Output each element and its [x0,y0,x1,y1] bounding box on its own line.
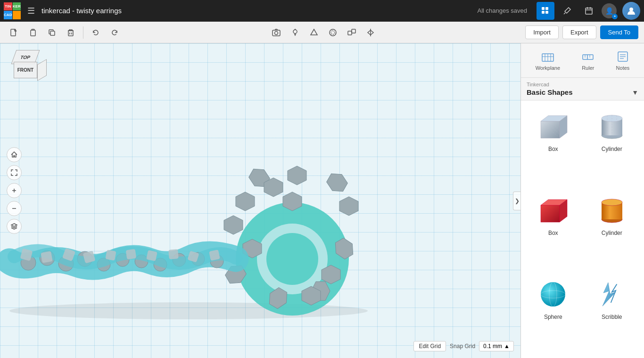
snap-grid-label: Snap Grid [450,343,475,350]
top-navigation: TIN KER CAD ☰ tinkercad - twisty earring… [0,0,644,22]
shape-button[interactable] [305,24,322,41]
logo-cell-cad: CAD [4,11,12,19]
svg-rect-0 [542,7,545,10]
shape-preview-cylinder-orange [593,194,631,227]
svg-line-4 [564,13,565,14]
shape-preview-box-red [534,194,572,227]
shape-label-scribble: Scribble [602,314,622,320]
svg-rect-2 [542,11,545,14]
redo-button[interactable] [106,24,123,41]
svg-rect-74 [583,55,593,59]
3d-viewport[interactable]: TOP FRONT [0,43,520,358]
svg-rect-23 [348,31,352,35]
shape-label-box-red: Box [548,230,558,236]
svg-point-21 [331,31,335,34]
shape-label-box-grey: Box [548,146,558,152]
export-button[interactable]: Export [562,25,596,39]
shape-card-sphere-blue[interactable]: Sphere [527,274,580,352]
svg-marker-34 [324,170,350,196]
svg-rect-13 [31,30,35,36]
save-status: All changes saved [477,7,527,14]
project-title[interactable]: tinkercad - twisty earrings [41,7,473,15]
logo-cell-tin: TIN [4,2,12,11]
svg-point-99 [602,199,622,206]
svg-point-20 [293,30,297,33]
right-panel: Workplane Ruler Notes [520,43,644,358]
camera-button[interactable] [268,24,285,41]
shape-tools-bar: Workplane Ruler Notes [521,43,644,78]
toolbar: Import Export Send To [0,22,644,43]
tools-button[interactable] [558,2,576,20]
calendar-button[interactable] [580,2,598,20]
panel-collapse-button[interactable]: ❯ [513,191,520,210]
shape-preview-box-grey [534,110,572,143]
category-dropdown-arrow[interactable]: ▼ [632,89,638,96]
undo-button[interactable] [87,24,104,41]
svg-point-9 [629,8,633,11]
paste-button[interactable] [25,24,41,41]
workplane-tool[interactable]: Workplane [531,47,565,74]
app-logo[interactable]: TIN KER CAD [4,2,21,19]
view-cube-front[interactable]: FRONT [14,62,37,78]
ruler-label: Ruler [582,65,594,71]
workplane-label: Workplane [536,65,560,71]
new-button[interactable] [6,24,23,41]
svg-rect-65 [146,250,157,261]
category-title: Basic Shapes [527,88,573,96]
svg-marker-94 [541,205,560,222]
shape-card-cylinder-grey[interactable]: Cylinder [586,106,639,184]
shapes-grid: Box [521,100,644,358]
notes-label: Notes [616,65,630,71]
svg-marker-39 [224,216,243,234]
shape-card-cylinder-orange[interactable]: Cylinder [586,190,639,268]
user-avatar[interactable] [622,2,640,20]
view-tools [268,24,379,41]
svg-rect-14 [50,31,55,35]
svg-rect-68 [209,250,220,261]
copy-button[interactable] [43,24,60,41]
svg-rect-66 [168,249,179,259]
align-button[interactable] [324,24,341,41]
svg-rect-64 [126,249,137,260]
svg-rect-5 [586,8,592,14]
svg-rect-15 [68,31,73,36]
shape-card-scribble[interactable]: Scribble [586,274,639,352]
category-sub: Tinkercad [527,82,638,87]
snap-value-display: 0.1 mm [483,343,502,350]
shape-label-cylinder-grey: Cylinder [602,146,622,152]
svg-rect-60 [41,251,52,263]
add-user-button[interactable]: 👤 + [602,3,617,18]
view-cube-right[interactable] [37,59,47,81]
logo-cell-br [13,11,21,19]
group-button[interactable] [343,24,360,41]
shape-preview-cylinder-grey [593,110,631,143]
svg-marker-45 [339,197,358,216]
svg-rect-3 [545,11,548,14]
shape-preview-sphere-blue [534,278,572,311]
ruler-tool[interactable]: Ruler [577,47,599,74]
mirror-button[interactable] [362,24,379,41]
svg-point-22 [330,29,336,36]
bulb-button[interactable] [287,24,304,41]
svg-rect-24 [352,29,355,33]
svg-point-32 [266,233,318,285]
category-header: Tinkercad Basic Shapes ▼ [521,78,644,100]
svg-rect-1 [545,7,548,10]
svg-rect-63 [105,250,116,260]
svg-point-100 [541,282,565,307]
import-button[interactable]: Import [525,25,559,39]
svg-marker-46 [288,166,306,185]
delete-button[interactable] [62,24,79,41]
shape-label-sphere: Sphere [544,314,562,320]
snap-grid-controls: Edit Grid Snap Grid 0.1 mm ▲ [413,341,514,351]
list-view-icon[interactable]: ☰ [27,6,35,16]
notes-tool[interactable]: Notes [611,47,635,74]
shape-card-box-red[interactable]: Box [527,190,580,268]
snap-dropdown-arrow: ▲ [504,343,510,350]
snap-value-selector[interactable]: 0.1 mm ▲ [479,341,514,351]
grid-view-button[interactable] [537,2,554,20]
view-cube[interactable]: TOP FRONT [7,50,44,88]
edit-grid-button[interactable]: Edit Grid [413,341,446,351]
shape-card-box-grey[interactable]: Box [527,106,580,184]
send-to-button[interactable]: Send To [600,25,638,39]
